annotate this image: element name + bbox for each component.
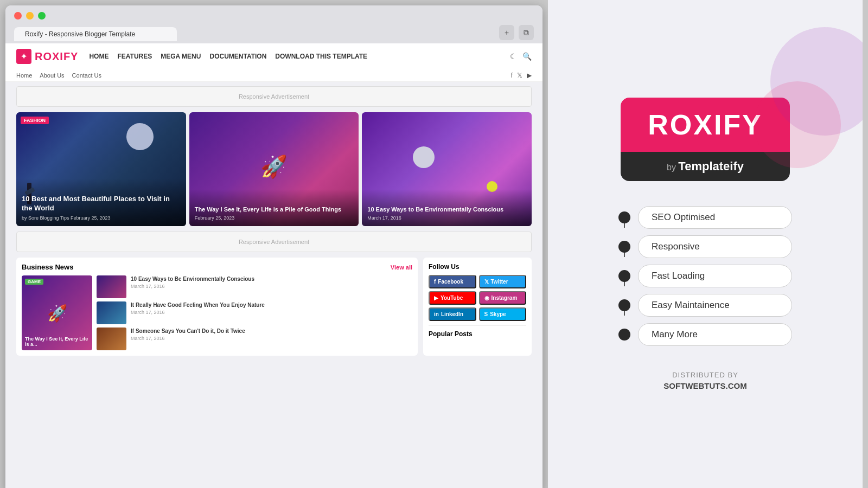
moon-icon[interactable]: ☾: [510, 52, 517, 61]
right-promo-panel: ROXIFY by Templateify SEO Optimised Resp…: [548, 0, 863, 488]
ad-text-top: Responsive Advertisement: [239, 93, 309, 100]
youtube-icon-btn: ▶: [434, 295, 438, 301]
distributed-site: SOFTWEBTUTS.COM: [663, 381, 746, 390]
news-item[interactable]: If Someone Says You Can't Do it, Do it T…: [97, 328, 412, 350]
nav-icons: ☾ 🔍: [510, 52, 532, 61]
linkedin-icon-btn: in: [434, 311, 439, 317]
news-item[interactable]: 10 Easy Ways to Be Environmentally Consc…: [97, 275, 412, 298]
section-header: Business News View all: [22, 263, 412, 271]
feature-dot-1: [618, 211, 630, 223]
feature-item-3: Fast Loading: [618, 261, 792, 291]
main-article-author: by Sore Blogging Tips: [22, 215, 69, 221]
news-info-2: It Really Have Good Feeling When You Enj…: [131, 301, 265, 315]
article-overlay: 10 Best and Most Beautiful Places to Vis…: [16, 178, 186, 226]
game-badge: GAME: [25, 279, 43, 285]
add-tab-button[interactable]: +: [499, 25, 514, 40]
business-news-section: Business News View all 🚀 GAME The Way I …: [16, 258, 418, 356]
site-header: ✦ ROXIFY HOME FEATURES MEGA MENU DOCUMEN…: [5, 43, 542, 82]
youtube-button[interactable]: ▶ YouTube: [429, 291, 476, 305]
featured-articles-grid: FASHION 10 Best and Most Beautiful Place…: [16, 112, 532, 226]
news-main-image[interactable]: 🚀 GAME The Way I See It, Every Life is a…: [22, 275, 92, 350]
nav-documentation[interactable]: DOCUMENTATION: [209, 53, 266, 60]
skype-button[interactable]: S Skype: [479, 307, 527, 321]
news-info-3: If Someone Says You Can't Do it, Do it T…: [131, 328, 245, 341]
ad-text-mid: Responsive Advertisement: [239, 239, 309, 245]
news-main-title: The Way I See It, Every Life is a...: [25, 336, 88, 347]
search-icon[interactable]: 🔍: [522, 52, 532, 61]
main-nav-bar: ✦ ROXIFY HOME FEATURES MEGA MENU DOCUMEN…: [16, 43, 532, 69]
window-controls: [14, 12, 534, 20]
tab-label: Roxify - Responsive Blogger Template: [25, 30, 135, 38]
nav-features[interactable]: FEATURES: [117, 53, 152, 60]
youtube-label: YouTube: [441, 295, 463, 301]
news-thumb-3: [97, 328, 126, 350]
news-thumb-1: [97, 275, 126, 298]
browser-tab[interactable]: Roxify - Responsive Blogger Template: [14, 27, 177, 41]
news-date-1: March 17, 2016: [131, 284, 254, 289]
social-grid: f Facebook 𝕏 Twitter ▶ YouTube ◉: [429, 275, 526, 321]
secondary-contact[interactable]: Contact Us: [72, 72, 101, 79]
sub2-overlay: 10 Easy Ways to Be Environmentally Consc…: [362, 189, 532, 226]
ad-banner-top: Responsive Advertisement: [16, 86, 532, 107]
twitter-button[interactable]: 𝕏 Twitter: [479, 275, 527, 288]
facebook-icon[interactable]: f: [511, 72, 513, 79]
instagram-label: Instagram: [492, 295, 518, 301]
twitter-icon[interactable]: 𝕏: [517, 72, 522, 79]
news-thumb-2: [97, 301, 126, 324]
nav-download[interactable]: DOWNLOAD THIS TEMPLATE: [275, 53, 367, 60]
news-list: 10 Easy Ways to Be Environmentally Consc…: [97, 275, 412, 350]
feature-item-5: Many More: [618, 320, 792, 349]
feature-item-1: SEO Optimised: [618, 203, 792, 232]
bg-blob-2: [754, 81, 841, 168]
twitter-label: Twitter: [491, 279, 508, 285]
nav-home[interactable]: HOME: [89, 53, 108, 60]
instagram-icon-btn: ◉: [484, 295, 489, 301]
sub1-date: February 25, 2023: [195, 215, 354, 221]
facebook-button[interactable]: f Facebook: [429, 275, 476, 288]
featured-article-sub2[interactable]: 10 Easy Ways to Be Environmentally Consc…: [362, 112, 532, 226]
featured-article-main[interactable]: FASHION 10 Best and Most Beautiful Place…: [16, 112, 186, 226]
tab-bar: Roxify - Responsive Blogger Template + ⧉: [14, 25, 534, 43]
sub1-title: The Way I See It, Every Life is a Pile o…: [195, 206, 354, 213]
header-social-icons: f 𝕏 ▶: [511, 72, 532, 79]
feature-label-5: Many More: [638, 323, 792, 346]
linkedin-button[interactable]: in LinkedIn: [429, 307, 476, 321]
linkedin-label: LinkedIn: [441, 311, 463, 317]
skype-label: Skype: [490, 311, 506, 317]
news-title-1: 10 Easy Ways to Be Environmentally Consc…: [131, 275, 254, 282]
site-logo[interactable]: ✦ ROXIFY: [16, 49, 78, 64]
youtube-icon[interactable]: ▶: [527, 72, 532, 79]
browser-chrome: Roxify - Responsive Blogger Template + ⧉: [5, 5, 542, 43]
minimize-button[interactable]: [26, 12, 34, 20]
ad-banner-mid: Responsive Advertisement: [16, 232, 532, 252]
secondary-about[interactable]: About Us: [40, 72, 64, 79]
news-title-2: It Really Have Good Feeling When You Enj…: [131, 301, 265, 309]
secondary-home[interactable]: Home: [16, 72, 32, 79]
facebook-label: Facebook: [438, 279, 463, 285]
site-content: Responsive Advertisement FASHION 10 Best…: [5, 82, 542, 360]
business-news-title: Business News: [22, 263, 73, 271]
main-article-meta: by Sore Blogging Tips February 25, 2023: [22, 215, 181, 221]
feature-dot-3: [618, 270, 630, 282]
maximize-button[interactable]: [38, 12, 46, 20]
instagram-button[interactable]: ◉ Instagram: [479, 291, 527, 305]
sub1-overlay: The Way I See It, Every Life is a Pile o…: [189, 189, 359, 226]
close-button[interactable]: [14, 12, 22, 20]
popular-posts-title: Popular Posts: [429, 325, 526, 338]
view-all-link[interactable]: View all: [391, 264, 412, 271]
news-date-2: March 17, 2016: [131, 310, 265, 315]
main-article-title: 10 Best and Most Beautiful Places to Vis…: [22, 195, 181, 213]
logo-text: ROXIFY: [35, 50, 78, 63]
browser-controls: + ⧉: [499, 25, 534, 43]
featured-article-sub1[interactable]: 🚀 The Way I See It, Every Life is a Pile…: [189, 112, 359, 226]
news-item[interactable]: It Really Have Good Feeling When You Enj…: [97, 301, 412, 324]
copy-button[interactable]: ⧉: [519, 25, 534, 40]
main-article-date: February 25, 2023: [71, 215, 111, 221]
feature-dot-2: [618, 241, 630, 253]
nav-mega-menu[interactable]: MEGA MENU: [161, 53, 201, 60]
bottom-section: Business News View all 🚀 GAME The Way I …: [16, 258, 532, 356]
facebook-icon-btn: f: [434, 279, 436, 285]
news-date-3: March 17, 2016: [131, 336, 245, 341]
sub2-title: 10 Easy Ways to Be Environmentally Consc…: [367, 206, 526, 213]
brand-templateify: Templateify: [678, 159, 744, 173]
